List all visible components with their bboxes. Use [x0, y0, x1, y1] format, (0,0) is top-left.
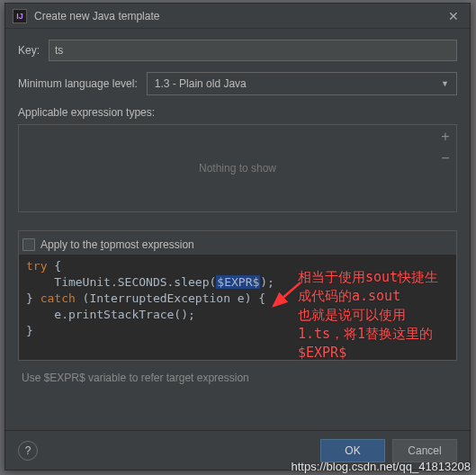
types-label: Applicable expression types:	[18, 106, 457, 119]
topmost-row: Apply to the topmost expression	[18, 230, 457, 255]
code-text: e.printStackTrace();	[26, 308, 195, 321]
key-label: Key:	[18, 44, 40, 57]
code-kw: try	[26, 259, 47, 273]
level-select[interactable]: 1.3 - Plain old Java ▼	[147, 72, 457, 95]
template-code-editor[interactable]: try { TimeUnit.SECONDS.sleep($EXPR$); } …	[18, 255, 457, 361]
hint-text: Use $EXPR$ variable to refer target expr…	[18, 361, 457, 395]
code-var-expr: $EXPR$	[216, 275, 260, 289]
topmost-checkbox[interactable]	[22, 238, 35, 251]
dialog-content: Key: ts Minimum language level: 1.3 - Pl…	[5, 29, 470, 395]
key-input[interactable]: ts	[49, 40, 457, 61]
level-label: Minimum language level:	[18, 77, 138, 90]
code-text: }	[26, 291, 40, 305]
listbox-controls: + −	[438, 129, 453, 166]
code-text: (InterruptedException e) {	[76, 291, 265, 305]
key-row: Key: ts	[18, 40, 457, 61]
level-select-value: 1.3 - Plain old Java	[155, 77, 247, 90]
level-row: Minimum language level: 1.3 - Plain old …	[18, 72, 457, 95]
app-icon: IJ	[13, 9, 27, 23]
add-icon[interactable]: +	[438, 129, 453, 145]
dialog-title: Create new Java template	[34, 10, 445, 22]
close-icon[interactable]: ✕	[445, 9, 463, 23]
code-text: }	[26, 324, 33, 337]
watermark: https://blog.csdn.net/qq_41813208	[292, 460, 472, 473]
types-listbox[interactable]: Nothing to show + −	[18, 124, 457, 212]
code-kw: catch	[40, 291, 76, 305]
help-button[interactable]: ?	[18, 441, 38, 461]
remove-icon[interactable]: −	[438, 150, 453, 166]
ok-button[interactable]: OK	[320, 439, 385, 462]
topmost-label: Apply to the topmost expression	[40, 238, 194, 251]
key-input-value: ts	[55, 44, 63, 57]
chevron-down-icon: ▼	[441, 79, 449, 88]
cancel-button[interactable]: Cancel	[392, 439, 457, 462]
code-text: TimeUnit.SECONDS.sleep(	[26, 275, 216, 289]
types-placeholder: Nothing to show	[199, 162, 276, 175]
titlebar: IJ Create new Java template ✕	[5, 4, 470, 29]
code-text: );	[260, 275, 274, 289]
dialog: IJ Create new Java template ✕ Key: ts Mi…	[4, 3, 471, 471]
ok-button-label: OK	[345, 444, 360, 457]
cancel-button-label: Cancel	[408, 444, 441, 457]
code-text: {	[47, 259, 61, 273]
